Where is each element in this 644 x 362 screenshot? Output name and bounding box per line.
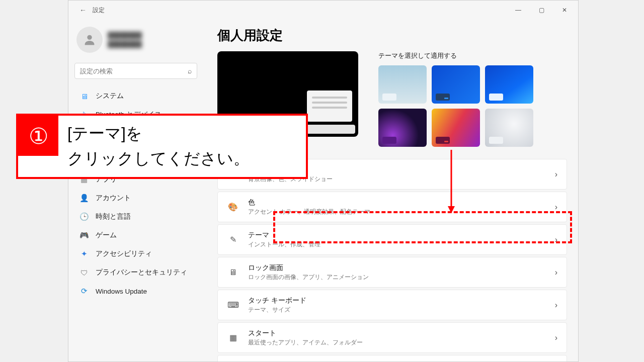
annotation-number-badge: ① <box>18 116 58 156</box>
chevron-right-icon: › <box>555 301 557 310</box>
nav-label: 時刻と言語 <box>96 212 131 221</box>
item-title: スタート <box>248 329 546 338</box>
annotation-text: [テーマ]を クリックしてください。 <box>67 121 250 171</box>
theme-option-6[interactable] <box>485 109 533 147</box>
chevron-right-icon: › <box>555 170 557 179</box>
chevron-right-icon: › <box>555 235 557 244</box>
avatar <box>76 27 103 53</box>
nav-item-10[interactable]: ⟳Windows Update <box>72 282 199 300</box>
page-title: 個人用設定 <box>217 27 567 44</box>
settings-item-2[interactable]: ✎テーマインストール、作成、管理› <box>217 224 567 255</box>
item-subtitle: 最近使ったアプリ、アイテム、フォルダー <box>248 339 546 346</box>
settings-item-4[interactable]: ⌨タッチ キーボードテーマ、サイズ› <box>217 290 567 320</box>
sidebar: ████████ ████████ ⌕ 🖥システムᛒBluetooth とデバイ… <box>68 20 204 361</box>
nav-item-9[interactable]: 🛡プライバシーとセキュリティ <box>72 263 199 282</box>
title-bar: ← 設定 — ▢ ✕ <box>68 1 578 20</box>
nav-label: Windows Update <box>96 288 147 295</box>
main-pane: 個人用設定 テーマを選択して適用する <box>204 20 578 361</box>
minimize-button[interactable]: — <box>507 1 530 20</box>
nav-icon: 🕒 <box>79 212 89 221</box>
user-sub: ████████ <box>108 40 142 49</box>
item-icon: 🎨 <box>227 201 239 213</box>
nav-icon: 👤 <box>79 194 89 203</box>
nav-item-8[interactable]: ✦アクセシビリティ <box>72 245 199 263</box>
nav-icon: ✦ <box>79 249 89 258</box>
item-title: テーマ <box>248 231 546 240</box>
user-name: ████████ <box>108 31 142 40</box>
settings-item-6[interactable]: ▭タスク バータスク バーの動作、システムビン› <box>217 355 567 361</box>
nav-icon: ⟳ <box>79 287 89 296</box>
themes-label: テーマを選択して適用する <box>378 51 567 60</box>
search-icon: ⌕ <box>188 67 192 75</box>
maximize-button[interactable]: ▢ <box>530 1 553 20</box>
item-icon: 🖥 <box>227 266 239 279</box>
window-title: 設定 <box>93 6 105 15</box>
item-title: 色 <box>248 198 546 207</box>
nav-label: アカウント <box>96 194 131 203</box>
theme-option-2[interactable] <box>432 65 480 104</box>
settings-item-1[interactable]: 🎨色アクセント カラー、透明度効果、配色テーマ› <box>217 192 567 222</box>
nav-item-0[interactable]: 🖥システム <box>72 87 199 105</box>
settings-window: ← 設定 — ▢ ✕ ████████ ████████ ⌕ 🖥システ <box>68 0 579 362</box>
svg-point-0 <box>87 35 92 40</box>
item-subtitle: テーマ、サイズ <box>248 306 546 314</box>
nav-item-7[interactable]: 🎮ゲーム <box>72 226 199 244</box>
item-title: タッチ キーボード <box>248 296 546 305</box>
chevron-right-icon: › <box>555 268 557 277</box>
user-account-row[interactable]: ████████ ████████ <box>72 24 199 56</box>
theme-option-1[interactable] <box>378 65 427 104</box>
item-subtitle: アクセント カラー、透明度効果、配色テーマ <box>248 208 546 216</box>
item-title: ロック画面 <box>248 263 546 273</box>
theme-option-3[interactable] <box>485 65 533 104</box>
back-button[interactable]: ← <box>74 6 92 14</box>
settings-item-list: 🖼背景背景画像、色、スライドショー›🎨色アクセント カラー、透明度効果、配色テー… <box>217 159 567 361</box>
nav-icon: 🎮 <box>79 231 89 240</box>
nav-label: システム <box>96 92 124 101</box>
item-subtitle: ロック画面の画像、アプリ、アニメーション <box>248 274 546 281</box>
item-subtitle: インストール、作成、管理 <box>248 241 546 248</box>
theme-option-5[interactable] <box>432 109 480 147</box>
nav-icon: 🛡 <box>79 268 89 277</box>
close-button[interactable]: ✕ <box>553 1 576 20</box>
nav-item-6[interactable]: 🕒時刻と言語 <box>72 208 199 226</box>
nav-label: アクセシビリティ <box>96 249 152 258</box>
search-input[interactable] <box>80 67 188 75</box>
annotation-callout: ① [テーマ]を クリックしてください。 <box>16 114 308 179</box>
themes-grid <box>378 65 567 147</box>
chevron-right-icon: › <box>555 203 557 212</box>
nav-icon: 🖥 <box>79 92 89 101</box>
settings-item-5[interactable]: ▦スタート最近使ったアプリ、アイテム、フォルダー› <box>217 322 567 353</box>
item-icon: ▦ <box>227 332 239 344</box>
item-icon: ⌨ <box>227 299 239 311</box>
item-icon: ✎ <box>227 234 239 246</box>
nav-label: プライバシーとセキュリティ <box>96 268 187 277</box>
nav-label: ゲーム <box>96 231 117 240</box>
search-box[interactable]: ⌕ <box>74 63 197 79</box>
nav-item-5[interactable]: 👤アカウント <box>72 189 199 207</box>
settings-item-3[interactable]: 🖥ロック画面ロック画面の画像、アプリ、アニメーション› <box>217 257 567 288</box>
chevron-right-icon: › <box>555 333 557 342</box>
theme-option-4[interactable] <box>378 109 427 147</box>
